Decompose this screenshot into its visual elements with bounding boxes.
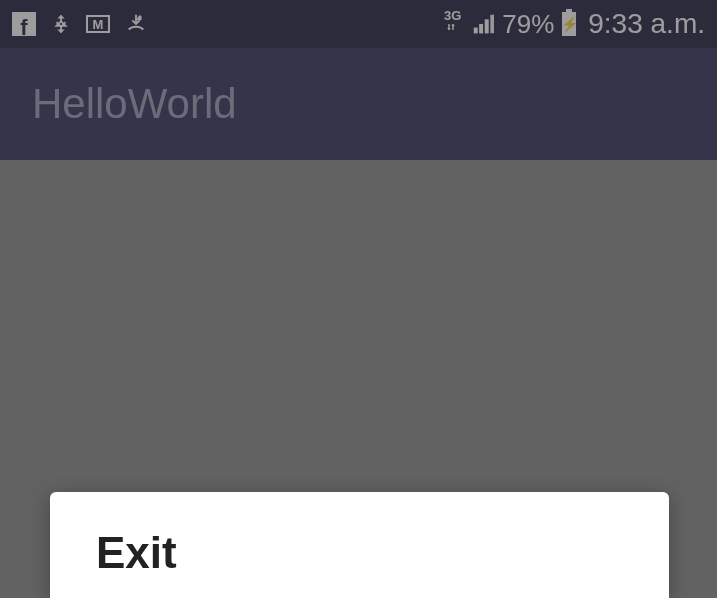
exit-dialog: Exit — [50, 492, 669, 598]
dialog-title: Exit — [96, 528, 623, 578]
